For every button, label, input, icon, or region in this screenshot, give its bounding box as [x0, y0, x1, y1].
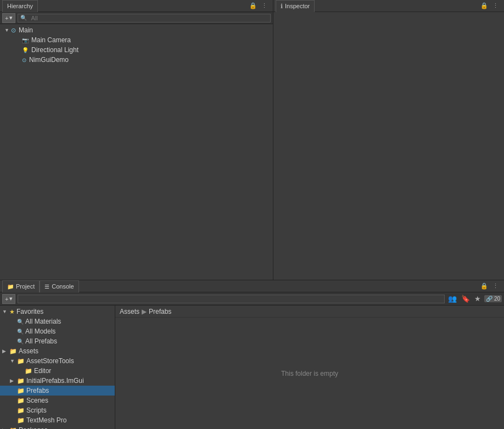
inspector-lock-icon[interactable]: 🔒 [479, 2, 489, 9]
project-add-button[interactable]: + ▾ [2, 294, 15, 304]
sidebar-all-models[interactable]: 🔍 All Models [0, 326, 115, 336]
tree-item-directional-light[interactable]: 💡 Directional Light [0, 45, 273, 55]
assets-folder-icon: 📁 [9, 348, 17, 355]
main-camera-label: Main Camera [31, 36, 71, 44]
project-star-icon[interactable]: ★ [473, 295, 482, 303]
project-lock-icon[interactable]: 🔒 [479, 283, 489, 290]
favorites-label: Favorites [16, 308, 43, 315]
initialprefabs-folder-icon: 📁 [17, 377, 25, 385]
breadcrumb-separator: ▶ [142, 308, 147, 315]
all-models-label: All Models [25, 328, 55, 335]
sidebar-initialprefabs[interactable]: ▶ 📁 InitialPrefabs.ImGui [0, 376, 115, 386]
inspector-content [273, 12, 504, 280]
add-dropdown-arrow: ▾ [9, 14, 13, 21]
bottom-row: 📁 Project ☰ Console 🔒 ⋮ + ▾ 👥 🔖 ★ 🔗 20 [0, 280, 504, 429]
hierarchy-tab-bar: Hierarchy 🔒 ⋮ [0, 0, 273, 12]
search-icon: 🔍 [20, 15, 27, 21]
sidebar-editor[interactable]: 📁 Editor [0, 366, 115, 376]
sidebar-scripts[interactable]: 📁 Scripts [0, 405, 115, 415]
prefabs-folder-icon: 📁 [17, 387, 25, 394]
project-folder-icon: 📁 [7, 284, 14, 290]
sidebar-textmeshpro[interactable]: 📁 TextMesh Pro [0, 415, 115, 425]
breadcrumb-current[interactable]: Prefabs [149, 308, 171, 315]
tree-item-main-camera[interactable]: 📷 Main Camera [0, 35, 273, 45]
tree-item-nimguidemo[interactable]: ⊙ NimGuiDemo [0, 55, 273, 65]
hierarchy-tab-label: Hierarchy [7, 3, 33, 9]
assets-label: Assets [19, 347, 38, 355]
project-add-icon: + [5, 296, 8, 302]
all-prefabs-label: All Prefabs [25, 337, 57, 345]
scripts-folder-icon: 📁 [17, 407, 25, 414]
all-materials-search-icon: 🔍 [17, 319, 24, 325]
initialprefabs-label: InitialPrefabs.ImGui [26, 377, 84, 385]
project-toolbar: + ▾ 👥 🔖 ★ 🔗 20 [0, 292, 504, 306]
hierarchy-lock-icon[interactable]: 🔒 [248, 2, 258, 9]
inspector-tab-bar: ℹ Inspector 🔒 ⋮ [273, 0, 504, 12]
hierarchy-tab[interactable]: Hierarchy [2, 0, 38, 12]
hierarchy-search-input[interactable] [29, 14, 268, 22]
bottom-content: ▼ ★ Favorites 🔍 All Materials 🔍 All Mode… [0, 306, 504, 429]
textmeshpro-label: TextMesh Pro [26, 416, 66, 424]
nimguidemo-icon: ⊙ [22, 57, 26, 63]
inspector-panel: ℹ Inspector 🔒 ⋮ [273, 0, 504, 280]
hierarchy-more-icon[interactable]: ⋮ [260, 2, 268, 9]
main-arrow: ▼ [4, 27, 10, 33]
directional-light-icon: 💡 [22, 47, 29, 53]
project-more-icon[interactable]: ⋮ [491, 283, 500, 290]
sidebar-packages-header[interactable]: ▶ 📁 Packages [0, 425, 115, 429]
sidebar-assetstoretools[interactable]: ▼ 📁 AssetStoreTools [0, 356, 115, 366]
assetstoretools-label: AssetStoreTools [26, 357, 74, 365]
project-sidebar: ▼ ★ Favorites 🔍 All Materials 🔍 All Mode… [0, 306, 115, 429]
add-icon: + [5, 15, 8, 21]
inspector-tab-icons: 🔒 ⋮ [479, 2, 502, 9]
sidebar-all-materials[interactable]: 🔍 All Materials [0, 317, 115, 326]
project-main-area: Assets ▶ Prefabs This folder is empty [115, 306, 504, 429]
sidebar-assets-header[interactable]: ▶ 📁 Assets [0, 346, 115, 356]
hierarchy-add-button[interactable]: + ▾ [2, 13, 15, 23]
count-value: 20 [494, 296, 500, 302]
console-icon: ☰ [44, 284, 49, 290]
breadcrumb-root[interactable]: Assets [120, 308, 139, 315]
favorites-star-icon: ★ [9, 308, 15, 315]
directional-light-label: Directional Light [31, 46, 79, 54]
project-tab[interactable]: 📁 Project [2, 280, 40, 292]
editor-label: Editor [34, 367, 51, 375]
breadcrumb: Assets ▶ Prefabs [115, 306, 504, 318]
initialprefabs-arrow: ▶ [10, 378, 15, 383]
sidebar-all-prefabs[interactable]: 🔍 All Prefabs [0, 336, 115, 346]
project-people-icon[interactable]: 👥 [447, 295, 458, 303]
hierarchy-panel: Hierarchy 🔒 ⋮ + ▾ 🔍 ▼ ⊙ [0, 0, 273, 280]
project-search-input[interactable] [18, 295, 445, 303]
project-count-badge: 🔗 20 [484, 295, 502, 302]
sidebar-favorites-header[interactable]: ▼ ★ Favorites [0, 307, 115, 317]
main-camera-icon: 📷 [22, 37, 29, 43]
prefabs-label: Prefabs [26, 387, 49, 394]
sidebar-prefabs[interactable]: 📁 Prefabs [0, 386, 115, 396]
empty-folder-text: This folder is empty [281, 370, 338, 377]
inspector-tab[interactable]: ℹ Inspector [276, 0, 315, 12]
favorites-arrow: ▼ [2, 309, 8, 314]
empty-folder-message: This folder is empty [115, 318, 504, 429]
console-tab-label: Console [52, 283, 74, 290]
assetstoretools-folder-icon: 📁 [17, 358, 25, 365]
inspector-info-icon: ℹ [281, 3, 283, 10]
project-add-arrow: ▾ [9, 295, 13, 302]
project-tab-label: Project [16, 283, 35, 290]
hierarchy-tree: ▼ ⊙ Main 📷 Main Camera 💡 Directional Lig… [0, 24, 273, 280]
main-label: Main [19, 26, 33, 34]
project-bookmark-icon[interactable]: 🔖 [460, 295, 471, 303]
assetstoretools-arrow: ▼ [10, 358, 15, 364]
inspector-tab-label: Inspector [285, 3, 310, 9]
tree-item-main[interactable]: ▼ ⊙ Main [0, 25, 273, 35]
editor-folder-icon: 📁 [25, 368, 32, 375]
project-tab-icons: 🔒 ⋮ [479, 283, 502, 290]
sidebar-scenes[interactable]: 📁 Scenes [0, 396, 115, 405]
console-tab[interactable]: ☰ Console [40, 280, 79, 292]
inspector-more-icon[interactable]: ⋮ [491, 2, 500, 9]
scripts-label: Scripts [26, 407, 47, 414]
all-models-search-icon: 🔍 [17, 329, 24, 335]
scenes-folder-icon: 📁 [17, 397, 25, 404]
all-prefabs-search-icon: 🔍 [17, 338, 24, 345]
assets-arrow: ▶ [2, 348, 8, 354]
packages-label: Packages [19, 426, 48, 429]
